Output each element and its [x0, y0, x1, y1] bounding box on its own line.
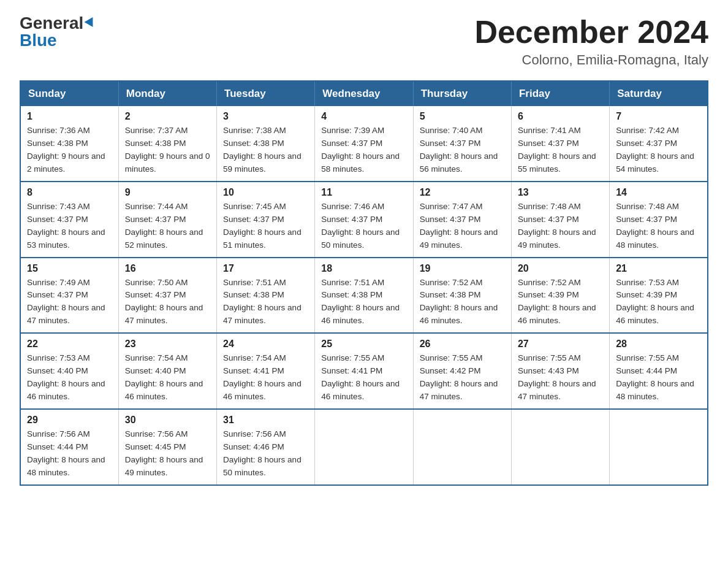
day-number: 15 [27, 263, 112, 274]
calendar-cell: 6 Sunrise: 7:41 AMSunset: 4:37 PMDayligh… [511, 106, 609, 182]
day-number: 27 [518, 339, 603, 350]
day-info: Sunrise: 7:52 AMSunset: 4:39 PMDaylight:… [518, 278, 596, 326]
day-info: Sunrise: 7:55 AMSunset: 4:42 PMDaylight:… [420, 353, 498, 401]
day-number: 22 [27, 339, 112, 350]
day-number: 6 [518, 111, 603, 122]
day-number: 7 [616, 111, 701, 122]
day-info: Sunrise: 7:53 AMSunset: 4:39 PMDaylight:… [616, 278, 694, 326]
calendar-cell: 31 Sunrise: 7:56 AMSunset: 4:46 PMDaylig… [217, 409, 315, 485]
day-number: 12 [420, 187, 505, 198]
calendar-cell: 12 Sunrise: 7:47 AMSunset: 4:37 PMDaylig… [413, 182, 511, 258]
day-number: 5 [420, 111, 505, 122]
calendar-cell: 30 Sunrise: 7:56 AMSunset: 4:45 PMDaylig… [118, 409, 216, 485]
day-number: 18 [321, 263, 406, 274]
day-number: 4 [321, 111, 406, 122]
day-number: 31 [223, 415, 308, 426]
day-number: 30 [125, 415, 210, 426]
location-title: Colorno, Emilia-Romagna, Italy [474, 52, 708, 68]
day-info: Sunrise: 7:50 AMSunset: 4:37 PMDaylight:… [125, 278, 203, 326]
calendar-cell: 3 Sunrise: 7:38 AMSunset: 4:38 PMDayligh… [217, 106, 315, 182]
day-info: Sunrise: 7:42 AMSunset: 4:37 PMDaylight:… [616, 126, 694, 174]
calendar-cell: 20 Sunrise: 7:52 AMSunset: 4:39 PMDaylig… [511, 258, 609, 334]
day-info: Sunrise: 7:43 AMSunset: 4:37 PMDaylight:… [27, 202, 105, 250]
day-number: 20 [518, 263, 603, 274]
week-row-4: 22 Sunrise: 7:53 AMSunset: 4:40 PMDaylig… [20, 333, 708, 409]
day-number: 29 [27, 415, 112, 426]
calendar-cell: 13 Sunrise: 7:48 AMSunset: 4:37 PMDaylig… [511, 182, 609, 258]
header-saturday: Saturday [610, 81, 708, 106]
day-info: Sunrise: 7:51 AMSunset: 4:38 PMDaylight:… [321, 278, 400, 326]
calendar-cell: 23 Sunrise: 7:54 AMSunset: 4:40 PMDaylig… [118, 333, 216, 409]
day-info: Sunrise: 7:51 AMSunset: 4:38 PMDaylight:… [223, 278, 301, 326]
calendar-cell: 15 Sunrise: 7:49 AMSunset: 4:37 PMDaylig… [20, 258, 118, 334]
logo: General Blue [20, 15, 96, 49]
day-info: Sunrise: 7:54 AMSunset: 4:40 PMDaylight:… [125, 353, 203, 401]
calendar-cell: 21 Sunrise: 7:53 AMSunset: 4:39 PMDaylig… [610, 258, 708, 334]
calendar-cell: 22 Sunrise: 7:53 AMSunset: 4:40 PMDaylig… [20, 333, 118, 409]
logo-blue-text: Blue [20, 32, 57, 49]
header-friday: Friday [511, 81, 609, 106]
calendar-cell [315, 409, 413, 485]
day-info: Sunrise: 7:47 AMSunset: 4:37 PMDaylight:… [420, 202, 498, 250]
day-number: 19 [420, 263, 505, 274]
day-info: Sunrise: 7:53 AMSunset: 4:40 PMDaylight:… [27, 353, 105, 401]
header-wednesday: Wednesday [315, 81, 413, 106]
day-number: 25 [321, 339, 406, 350]
day-info: Sunrise: 7:56 AMSunset: 4:44 PMDaylight:… [27, 429, 105, 477]
calendar-cell [610, 409, 708, 485]
day-info: Sunrise: 7:52 AMSunset: 4:38 PMDaylight:… [420, 278, 498, 326]
day-number: 23 [125, 339, 210, 350]
weekday-header-row: SundayMondayTuesdayWednesdayThursdayFrid… [20, 81, 708, 106]
day-info: Sunrise: 7:36 AMSunset: 4:38 PMDaylight:… [27, 126, 105, 174]
day-info: Sunrise: 7:41 AMSunset: 4:37 PMDaylight:… [518, 126, 596, 174]
day-info: Sunrise: 7:38 AMSunset: 4:38 PMDaylight:… [223, 126, 301, 174]
header-monday: Monday [118, 81, 216, 106]
calendar-cell: 14 Sunrise: 7:48 AMSunset: 4:37 PMDaylig… [610, 182, 708, 258]
calendar-cell: 16 Sunrise: 7:50 AMSunset: 4:37 PMDaylig… [118, 258, 216, 334]
day-info: Sunrise: 7:54 AMSunset: 4:41 PMDaylight:… [223, 353, 301, 401]
day-number: 17 [223, 263, 308, 274]
day-number: 28 [616, 339, 701, 350]
day-number: 8 [27, 187, 112, 198]
week-row-3: 15 Sunrise: 7:49 AMSunset: 4:37 PMDaylig… [20, 258, 708, 334]
day-number: 26 [420, 339, 505, 350]
header-thursday: Thursday [413, 81, 511, 106]
week-row-1: 1 Sunrise: 7:36 AMSunset: 4:38 PMDayligh… [20, 106, 708, 182]
day-info: Sunrise: 7:40 AMSunset: 4:37 PMDaylight:… [420, 126, 498, 174]
calendar-table: SundayMondayTuesdayWednesdayThursdayFrid… [20, 80, 708, 485]
day-number: 9 [125, 187, 210, 198]
title-block: December 2024 Colorno, Emilia-Romagna, I… [474, 15, 708, 68]
month-title: December 2024 [474, 15, 708, 50]
calendar-cell [413, 409, 511, 485]
day-info: Sunrise: 7:55 AMSunset: 4:43 PMDaylight:… [518, 353, 596, 401]
day-info: Sunrise: 7:44 AMSunset: 4:37 PMDaylight:… [125, 202, 203, 250]
day-number: 11 [321, 187, 406, 198]
day-info: Sunrise: 7:56 AMSunset: 4:45 PMDaylight:… [125, 429, 203, 477]
logo-general-text: General [20, 15, 83, 32]
logo-triangle-icon [85, 17, 97, 29]
calendar-cell: 24 Sunrise: 7:54 AMSunset: 4:41 PMDaylig… [217, 333, 315, 409]
day-info: Sunrise: 7:48 AMSunset: 4:37 PMDaylight:… [518, 202, 596, 250]
calendar-cell [511, 409, 609, 485]
day-info: Sunrise: 7:48 AMSunset: 4:37 PMDaylight:… [616, 202, 694, 250]
calendar-cell: 26 Sunrise: 7:55 AMSunset: 4:42 PMDaylig… [413, 333, 511, 409]
day-info: Sunrise: 7:55 AMSunset: 4:44 PMDaylight:… [616, 353, 694, 401]
calendar-cell: 11 Sunrise: 7:46 AMSunset: 4:37 PMDaylig… [315, 182, 413, 258]
calendar-cell: 9 Sunrise: 7:44 AMSunset: 4:37 PMDayligh… [118, 182, 216, 258]
calendar-cell: 7 Sunrise: 7:42 AMSunset: 4:37 PMDayligh… [610, 106, 708, 182]
day-info: Sunrise: 7:55 AMSunset: 4:41 PMDaylight:… [321, 353, 400, 401]
day-info: Sunrise: 7:46 AMSunset: 4:37 PMDaylight:… [321, 202, 400, 250]
calendar-cell: 19 Sunrise: 7:52 AMSunset: 4:38 PMDaylig… [413, 258, 511, 334]
calendar-cell: 2 Sunrise: 7:37 AMSunset: 4:38 PMDayligh… [118, 106, 216, 182]
day-number: 3 [223, 111, 308, 122]
calendar-cell: 25 Sunrise: 7:55 AMSunset: 4:41 PMDaylig… [315, 333, 413, 409]
day-info: Sunrise: 7:37 AMSunset: 4:38 PMDaylight:… [125, 126, 210, 174]
page-header: General Blue December 2024 Colorno, Emil… [20, 15, 708, 68]
calendar-cell: 29 Sunrise: 7:56 AMSunset: 4:44 PMDaylig… [20, 409, 118, 485]
header-tuesday: Tuesday [217, 81, 315, 106]
calendar-cell: 4 Sunrise: 7:39 AMSunset: 4:37 PMDayligh… [315, 106, 413, 182]
day-info: Sunrise: 7:56 AMSunset: 4:46 PMDaylight:… [223, 429, 301, 477]
day-number: 13 [518, 187, 603, 198]
day-number: 21 [616, 263, 701, 274]
calendar-cell: 28 Sunrise: 7:55 AMSunset: 4:44 PMDaylig… [610, 333, 708, 409]
